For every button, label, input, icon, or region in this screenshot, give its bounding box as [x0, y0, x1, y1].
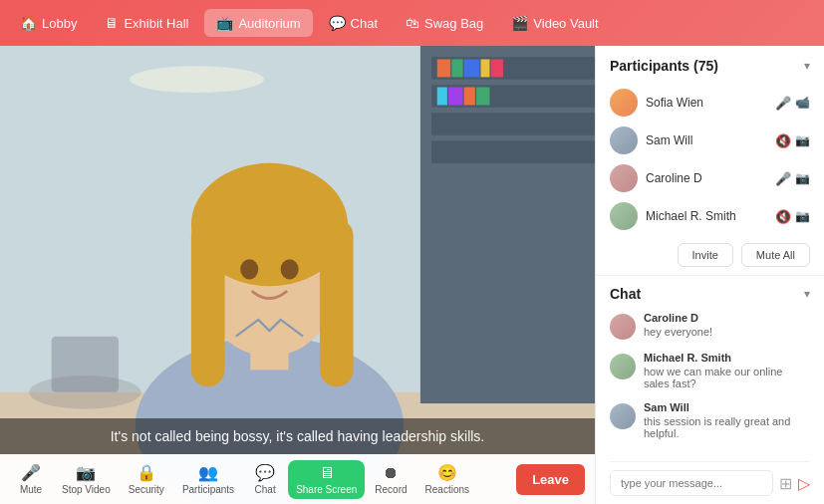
cam-off-icon: 📷 — [795, 133, 810, 147]
nav-item-video-vault[interactable]: 🎬Video Vault — [499, 9, 610, 37]
mic-off-icon: 🔇 — [775, 133, 791, 148]
swag-bag-icon: 🛍 — [406, 15, 419, 31]
chat-avatar — [610, 354, 636, 379]
chat-avatar — [610, 403, 636, 429]
chat-message-text: hey everyone! — [644, 326, 712, 338]
participants-title: Participants (75) — [610, 58, 718, 74]
participant-row: Sam Will 🔇📷 — [610, 122, 810, 159]
mute-icon: 🎤 — [21, 463, 41, 482]
share-screen-button[interactable]: 🖥Share Screen — [288, 460, 365, 499]
nav-item-swag-bag[interactable]: 🛍Swag Bag — [394, 9, 495, 37]
avatar — [610, 164, 638, 192]
participant-name: Caroline D — [646, 171, 767, 185]
reactions-label: Reactions — [425, 484, 469, 495]
chat-section: Chat ▾ Caroline D hey everyone! Michael … — [596, 276, 824, 504]
mic-on-icon: 🎤 — [775, 171, 791, 186]
nav-item-exhibit-hall[interactable]: 🖥Exhibit Hall — [93, 9, 200, 37]
chat-message-text: how we can make our online sales fast? — [644, 366, 810, 389]
main-area: It's not called being bossy, it's called… — [0, 46, 824, 504]
chat-icon: 💬 — [329, 15, 346, 31]
lobby-label: Lobby — [42, 16, 77, 31]
reactions-button[interactable]: 😊Reactions — [417, 459, 477, 499]
chat-input-area: ⊞ ▷ — [610, 461, 810, 496]
participants-section: Participants (75) ▾ Sofia Wien 🎤📹 Sam Wi… — [596, 46, 824, 276]
chat-message-text: this session is really great and helpful… — [644, 415, 810, 439]
auditorium-label: Auditorium — [238, 16, 300, 31]
mic-off-icon: 🔇 — [775, 209, 791, 224]
security-label: Security — [129, 484, 164, 495]
security-button[interactable]: 🔒Security — [121, 459, 172, 499]
svg-rect-10 — [464, 59, 480, 77]
invite-button[interactable]: Invite — [678, 243, 733, 267]
participants-chevron[interactable]: ▾ — [804, 59, 810, 73]
svg-rect-9 — [451, 59, 462, 77]
top-navigation: 🏠Lobby🖥Exhibit Hall📺Auditorium💬Chat🛍Swag… — [0, 0, 824, 46]
svg-rect-6 — [431, 113, 595, 134]
chat-input[interactable] — [610, 470, 773, 496]
security-icon: 🔒 — [137, 463, 156, 482]
cam-off-icon: 📷 — [795, 209, 810, 223]
chat-message-body: Michael R. Smith how we can make our onl… — [644, 352, 810, 389]
svg-point-26 — [240, 259, 258, 279]
svg-rect-12 — [491, 59, 503, 77]
share-screen-label: Share Screen — [296, 484, 357, 495]
chat-sender-name: Caroline D — [644, 312, 712, 324]
svg-rect-14 — [448, 88, 463, 106]
record-icon: ⏺ — [383, 464, 399, 482]
video-vault-label: Video Vault — [533, 16, 598, 31]
attachment-icon[interactable]: ⊞ — [779, 474, 792, 493]
participant-name: Sofia Wien — [646, 96, 767, 110]
leave-button[interactable]: Leave — [516, 464, 585, 495]
participant-icons: 🎤📹 — [775, 96, 810, 111]
chat-label: Chat — [351, 16, 378, 31]
mute-all-button[interactable]: Mute All — [741, 243, 810, 267]
nav-item-auditorium[interactable]: 📺Auditorium — [204, 9, 312, 37]
share-screen-icon: 🖥 — [319, 464, 335, 482]
video-vault-icon: 🎬 — [511, 15, 528, 31]
chat-message: Michael R. Smith how we can make our onl… — [610, 352, 810, 389]
participants-header: Participants (75) ▾ — [610, 58, 810, 74]
stop-video-button[interactable]: 📷Stop Video — [54, 459, 119, 499]
chat-messages-list: Caroline D hey everyone! Michael R. Smit… — [610, 312, 810, 453]
exhibit-hall-label: Exhibit Hall — [124, 16, 188, 31]
chat-message: Caroline D hey everyone! — [610, 312, 810, 340]
swag-bag-label: Swag Bag — [424, 16, 483, 31]
participants-icon: 👥 — [198, 463, 218, 482]
svg-rect-25 — [320, 219, 354, 386]
mute-button[interactable]: 🎤Mute — [10, 459, 52, 499]
svg-rect-24 — [191, 219, 225, 386]
exhibit-hall-icon: 🖥 — [105, 15, 119, 31]
auditorium-icon: 📺 — [216, 15, 233, 31]
stop-video-icon: 📷 — [76, 463, 96, 482]
nav-item-chat[interactable]: 💬Chat — [317, 9, 390, 37]
svg-rect-11 — [481, 59, 490, 77]
svg-point-27 — [281, 259, 299, 279]
send-icon[interactable]: ▷ — [798, 474, 810, 493]
participant-name: Michael R. Smith — [646, 209, 767, 223]
lobby-icon: 🏠 — [20, 15, 37, 31]
chat-sender-name: Sam Will — [644, 401, 810, 413]
nav-item-lobby[interactable]: 🏠Lobby — [8, 9, 89, 37]
chat-message: Sam Will this session is really great an… — [610, 401, 810, 439]
mute-label: Mute — [20, 484, 42, 495]
record-label: Record — [375, 484, 407, 495]
avatar — [610, 202, 638, 230]
participant-icons: 🎤📷 — [775, 171, 810, 186]
chat-chevron[interactable]: ▾ — [804, 287, 810, 301]
right-panel: Participants (75) ▾ Sofia Wien 🎤📹 Sam Wi… — [595, 46, 824, 504]
chat-message-body: Sam Will this session is really great an… — [644, 401, 810, 439]
chat-title: Chat — [610, 286, 641, 302]
reactions-icon: 😊 — [437, 463, 457, 482]
participants-button[interactable]: 👥Participants — [174, 459, 242, 499]
svg-point-17 — [130, 66, 264, 93]
controls-group-left: 🎤Mute📷Stop Video🔒Security👥Participants💬C… — [10, 459, 477, 499]
chat-header: Chat ▾ — [610, 286, 810, 302]
svg-rect-15 — [464, 88, 475, 106]
chat-ctrl-button[interactable]: 💬Chat — [244, 459, 286, 499]
avatar — [610, 89, 638, 117]
video-controls-bar: 🎤Mute📷Stop Video🔒Security👥Participants💬C… — [0, 454, 595, 504]
svg-rect-16 — [476, 88, 489, 106]
record-button[interactable]: ⏺Record — [367, 460, 414, 499]
video-area: It's not called being bossy, it's called… — [0, 46, 595, 504]
svg-rect-7 — [431, 140, 595, 162]
